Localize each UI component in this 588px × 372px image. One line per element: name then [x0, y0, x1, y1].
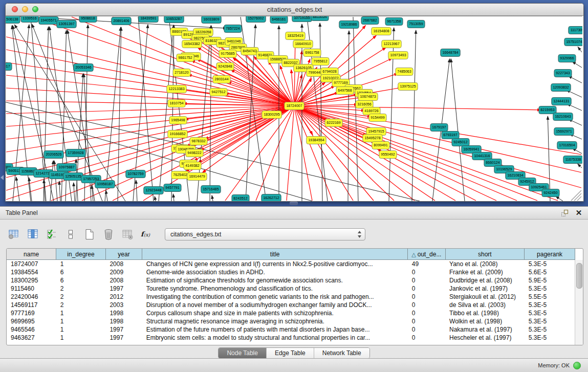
column-select-icon[interactable] [45, 228, 58, 241]
graph-node[interactable]: 17016504 [557, 142, 577, 149]
column-header-out_de[interactable]: △out_de... [408, 249, 445, 260]
table-cell[interactable]: 5.5E-5 [525, 293, 575, 301]
table-cell[interactable]: 0 [408, 268, 445, 276]
graph-node[interactable]: 13051397 [57, 20, 76, 28]
table-cell[interactable]: 1997 [105, 334, 142, 342]
table-cell[interactable]: Stergiakouli et al. (2012) [445, 293, 525, 301]
graph-node[interactable]: 15276002 [246, 16, 266, 23]
table-cell[interactable]: 5.3E-5 [525, 285, 575, 293]
table-cell[interactable]: 5.9E-5 [525, 276, 575, 285]
graph-node[interactable]: 12213967 [382, 40, 401, 48]
table-cell[interactable]: Disruption of a novel member of a sodium… [142, 301, 408, 309]
graph-node[interactable]: 10975887 [57, 164, 76, 171]
table-cell[interactable]: 1 [56, 325, 106, 334]
graph-node[interactable]: 12505135 [63, 173, 83, 181]
column-header-title[interactable]: title [142, 249, 408, 260]
graph-node[interactable]: 9242848 [216, 63, 234, 71]
graph-node[interactable]: 20206526 [44, 151, 63, 159]
graph-node[interactable]: 18325419 [286, 32, 305, 40]
graph-node[interactable]: 15692971 [554, 128, 574, 136]
table-cell[interactable]: 2012 [105, 293, 142, 301]
table-cell[interactable]: 0 [408, 309, 445, 317]
graph-node[interactable]: 11675338 [563, 156, 582, 164]
graph-node[interactable]: 19405571 [39, 17, 58, 25]
table-row[interactable]: 969969511998Structural magnetic resonanc… [7, 317, 575, 325]
table-cell[interactable]: Genome-wide association studies in ADHD. [142, 268, 408, 276]
table-row[interactable]: 1456911722003Disruption of a novel membe… [7, 301, 575, 309]
table-cell[interactable]: Tibbo et al. (1998) [445, 309, 525, 317]
table-row[interactable]: 977716911998Corpus callosum shape and si… [7, 309, 575, 317]
table-cell[interactable]: 5.3E-5 [525, 301, 575, 309]
table-cell[interactable]: 0 [408, 325, 445, 334]
table-cell[interactable]: 49 [408, 260, 445, 269]
graph-node[interactable]: 9227343 [554, 70, 572, 77]
graph-node[interactable]: 12444131 [552, 98, 571, 105]
table-cell[interactable]: Jankovic et al. (1997) [445, 285, 525, 293]
table-row[interactable]: 1872400712008Changes of HCN gene express… [7, 260, 575, 269]
graph-node[interactable]: 9245012 [452, 139, 469, 146]
graph-node[interactable]: 7513059 [407, 20, 425, 28]
table-cell[interactable]: 1998 [105, 317, 142, 325]
graph-node[interactable]: 10958187 [95, 181, 115, 188]
table-cell[interactable]: Investigating the contribution of common… [142, 293, 408, 301]
graph-node[interactable]: 9427512 [210, 89, 227, 96]
table-cell[interactable]: 0 [408, 285, 445, 293]
graph-node[interactable]: 16033809 [202, 16, 221, 24]
graph-node[interactable]: 10973493 [388, 52, 408, 59]
table-cell[interactable]: 6 [56, 268, 106, 276]
table-cell[interactable]: 1 [56, 260, 106, 269]
graph-node[interactable]: 9508618 [79, 16, 97, 23]
table-cell[interactable]: 9115460 [7, 285, 56, 293]
table-cell[interactable]: Tourette syndrome. Phenomenology and cla… [142, 285, 408, 293]
table-cell[interactable]: 22420046 [7, 293, 56, 301]
table-cell[interactable]: Corpus callosum shape and size in male p… [142, 309, 408, 317]
column-header-name[interactable]: name [7, 249, 56, 260]
window-titlebar[interactable]: citations_edges.txt [6, 4, 583, 16]
graph-node[interactable]: 16914479 [187, 173, 207, 181]
graph-node[interactable]: 10782759 [126, 170, 145, 178]
delete-column-icon[interactable] [102, 228, 115, 241]
graph-node[interactable]: 12923448 [144, 187, 163, 194]
table-cell[interactable]: 2003 [105, 301, 142, 309]
table-cell[interactable]: 2 [56, 293, 106, 301]
table-cell[interactable]: 9777169 [7, 309, 56, 317]
table-mode-icon[interactable] [7, 228, 20, 241]
table-row[interactable]: 1938455462009Genome-wide association stu… [7, 268, 575, 276]
network-canvas[interactable]: 1506138133951619405571130513979508618208… [6, 16, 582, 201]
graph-node[interactable]: 16154808 [372, 28, 391, 35]
table-cell[interactable]: 5.3E-5 [525, 309, 575, 317]
tab-network-table[interactable]: Network Table [314, 348, 369, 358]
panel-collapse-arrow[interactable] [1, 175, 4, 180]
table-row[interactable]: 946554611997Estimation of the future num… [7, 325, 575, 334]
graph-node[interactable]: 1506138 [6, 16, 20, 24]
graph-node[interactable]: 9457791 [164, 184, 181, 192]
graph-node[interactable]: 12213383 [167, 85, 186, 93]
graph-node[interactable]: 1679197 [430, 124, 448, 132]
table-row[interactable]: 1830029562008Estimation of significance … [7, 276, 575, 285]
graph-node[interactable]: 6466161 [270, 16, 288, 24]
graph-node[interactable]: 16543382 [182, 40, 202, 48]
table-cell[interactable]: 2008 [105, 276, 142, 285]
table-select-dropdown[interactable]: citations_edges.txt [165, 228, 365, 240]
table-cell[interactable]: 5.3E-5 [525, 334, 575, 342]
graph-node[interactable]: 9878332 [190, 138, 207, 145]
table-cell[interactable]: Dudbridge et al. (2008) [445, 276, 525, 285]
graph-node[interactable]: 10674873 [358, 93, 378, 101]
table-cell[interactable]: 9699695 [7, 317, 56, 325]
graph-node[interactable]: 6222169 [325, 119, 342, 127]
graph-node[interactable]: 16640910 [293, 40, 313, 48]
graph-node[interactable]: 9242450 [542, 189, 559, 197]
table-cell[interactable]: 5.6E-5 [525, 268, 575, 276]
table-cell[interactable]: Estimation of the future numbers of pati… [142, 325, 408, 334]
scrollbar-thumb[interactable] [576, 263, 582, 289]
table-cell[interactable]: 18724007 [7, 260, 56, 269]
graph-node[interactable]: 16262712 [262, 194, 281, 202]
graph-node[interactable]: 2051317 [6, 63, 12, 71]
graph-node[interactable]: 16210643 [553, 113, 573, 121]
table-cell[interactable]: Changes of HCN gene expression and I(f) … [142, 260, 408, 269]
column-visibility-icon[interactable] [26, 228, 39, 241]
graph-node[interactable]: 1810754 [168, 100, 185, 107]
table-cell[interactable]: 5.3E-5 [525, 260, 575, 269]
table-cell[interactable]: 0 [408, 301, 445, 309]
graph-node[interactable]: 2803144 [213, 76, 230, 83]
